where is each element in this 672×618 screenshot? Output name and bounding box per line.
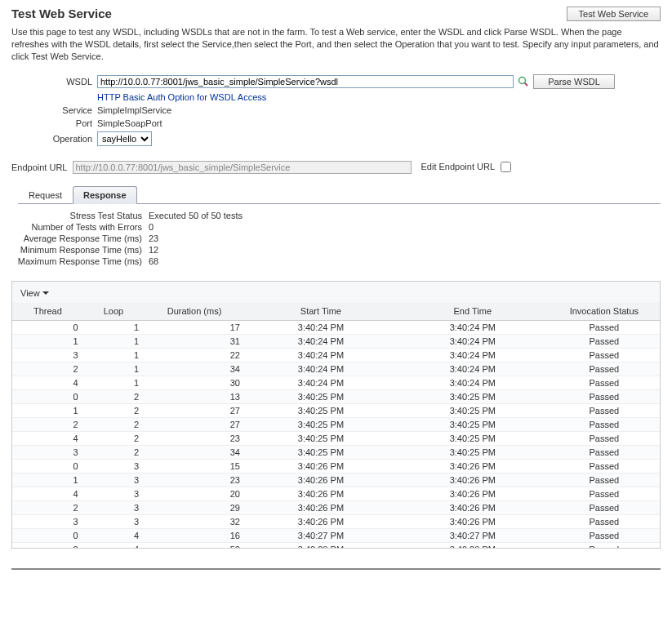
operation-select[interactable]: sayHello — [97, 131, 152, 146]
cell-start: 3:40:25 PM — [245, 417, 397, 431]
cell-start: 3:40:26 PM — [245, 500, 397, 514]
cell-thread: 0 — [12, 459, 83, 473]
table-row: 43203:40:26 PM3:40:26 PMPassed — [12, 487, 660, 500]
edit-endpoint-checkbox[interactable] — [501, 162, 511, 172]
cell-thread: 3 — [12, 445, 83, 459]
table-row: 21343:40:24 PM3:40:24 PMPassed — [12, 362, 660, 376]
cell-end: 3:40:25 PM — [397, 431, 549, 445]
cell-start: 3:40:24 PM — [245, 362, 397, 376]
cell-loop: 1 — [83, 334, 144, 348]
cell-loop: 1 — [83, 362, 144, 376]
cell-end: 3:40:24 PM — [397, 320, 549, 334]
cell-thread: 0 — [12, 528, 83, 542]
cell-thread: 1 — [12, 473, 83, 487]
errors-value: 0 — [149, 222, 154, 232]
port-label: Port — [11, 118, 97, 128]
avg-value: 23 — [149, 233, 158, 243]
cell-thread: 2 — [12, 362, 83, 376]
cell-loop: 3 — [83, 459, 144, 473]
cell-loop: 4 — [83, 542, 144, 547]
max-value: 68 — [149, 256, 158, 266]
cell-start: 3:40:24 PM — [245, 348, 397, 362]
col-end-time[interactable]: End Time — [397, 303, 549, 321]
cell-start: 3:40:25 PM — [245, 403, 397, 417]
cell-end: 3:40:26 PM — [397, 459, 549, 473]
cell-status: Passed — [549, 348, 660, 362]
cell-status: Passed — [549, 542, 660, 547]
service-value: SimpleImplService — [97, 105, 171, 115]
page-title: Test Web Service — [11, 7, 112, 20]
cell-duration: 15 — [144, 459, 245, 473]
max-label: Maximum Response Time (ms) — [11, 256, 149, 266]
cell-end: 3:40:24 PM — [397, 348, 549, 362]
view-menu[interactable]: View — [20, 288, 49, 298]
cell-thread: 0 — [12, 389, 83, 403]
service-label: Service — [11, 105, 97, 115]
table-row: 03153:40:26 PM3:40:26 PMPassed — [12, 459, 660, 473]
cell-end: 3:40:24 PM — [397, 362, 549, 376]
svg-point-0 — [519, 77, 526, 83]
cell-start: 3:40:24 PM — [245, 334, 397, 348]
cell-thread: 3 — [12, 514, 83, 528]
cell-end: 3:40:24 PM — [397, 376, 549, 389]
cell-end: 3:40:26 PM — [397, 487, 549, 500]
parse-wsdl-button[interactable]: Parse WSDL — [533, 74, 615, 89]
test-web-service-button[interactable]: Test Web Service — [567, 7, 661, 21]
cell-duration: 52 — [144, 542, 245, 547]
col-thread[interactable]: Thread — [12, 303, 83, 321]
col-invocation-status[interactable]: Invocation Status — [549, 303, 660, 321]
cell-end: 3:40:25 PM — [397, 417, 549, 431]
col-duration[interactable]: Duration (ms) — [144, 303, 245, 321]
search-icon[interactable] — [517, 75, 530, 88]
cell-thread: 2 — [12, 500, 83, 514]
caret-down-icon — [42, 291, 49, 295]
col-loop[interactable]: Loop — [83, 303, 144, 321]
cell-loop: 1 — [83, 320, 144, 334]
cell-status: Passed — [549, 459, 660, 473]
cell-loop: 1 — [83, 348, 144, 362]
cell-loop: 4 — [83, 528, 144, 542]
cell-start: 3:40:24 PM — [245, 376, 397, 389]
avg-label: Average Response Time (ms) — [11, 233, 149, 243]
tab-request[interactable]: Request — [18, 186, 73, 204]
wsdl-input[interactable] — [97, 75, 514, 88]
cell-loop: 2 — [83, 431, 144, 445]
endpoint-url-label: Endpoint URL — [11, 162, 68, 172]
cell-duration: 31 — [144, 334, 245, 348]
table-row: 23293:40:26 PM3:40:26 PMPassed — [12, 500, 660, 514]
results-table: Thread Loop Duration (ms) Start Time End… — [12, 303, 660, 548]
cell-loop: 1 — [83, 376, 144, 389]
cell-start: 3:40:25 PM — [245, 389, 397, 403]
cell-end: 3:40:26 PM — [397, 473, 549, 487]
cell-loop: 3 — [83, 500, 144, 514]
cell-end: 3:40:25 PM — [397, 445, 549, 459]
cell-status: Passed — [549, 403, 660, 417]
table-row: 01173:40:24 PM3:40:24 PMPassed — [12, 320, 660, 334]
errors-label: Number of Tests with Errors — [11, 222, 149, 232]
table-row: 04163:40:27 PM3:40:27 PMPassed — [12, 528, 660, 542]
stress-status-label: Stress Test Status — [11, 211, 149, 220]
http-basic-auth-link[interactable]: HTTP Basic Auth Option for WSDL Access — [97, 92, 266, 102]
table-row: 12273:40:25 PM3:40:25 PMPassed — [12, 403, 660, 417]
cell-thread: 2 — [12, 417, 83, 431]
table-row: 22273:40:25 PM3:40:25 PMPassed — [12, 417, 660, 431]
cell-thread: 1 — [12, 334, 83, 348]
cell-status: Passed — [549, 376, 660, 389]
operation-label: Operation — [11, 134, 97, 144]
cell-start: 3:40:25 PM — [245, 445, 397, 459]
stress-status-value: Executed 50 of 50 tests — [149, 211, 243, 220]
cell-loop: 2 — [83, 403, 144, 417]
cell-start: 3:40:26 PM — [245, 514, 397, 528]
col-start-time[interactable]: Start Time — [245, 303, 397, 321]
cell-duration: 13 — [144, 389, 245, 403]
cell-thread: 0 — [12, 320, 83, 334]
cell-thread: 4 — [12, 431, 83, 445]
tab-response[interactable]: Response — [73, 186, 137, 204]
table-row: 42233:40:25 PM3:40:25 PMPassed — [12, 431, 660, 445]
cell-start: 3:40:26 PM — [245, 459, 397, 473]
table-row: 02133:40:25 PM3:40:25 PMPassed — [12, 389, 660, 403]
cell-duration: 29 — [144, 500, 245, 514]
cell-loop: 2 — [83, 389, 144, 403]
cell-end: 3:40:25 PM — [397, 403, 549, 417]
page-description: Use this page to test any WSDL, includin… — [11, 26, 661, 63]
